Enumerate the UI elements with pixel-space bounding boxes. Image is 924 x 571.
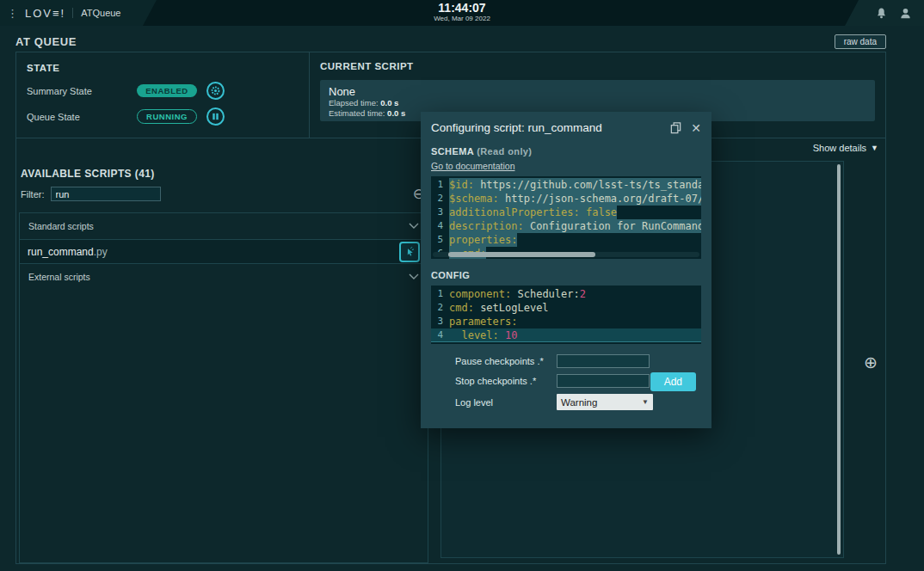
external-scripts-label: External scripts xyxy=(28,272,90,282)
summary-state-row: Summary State ENABLED xyxy=(27,82,299,100)
log-level-row: Log level Warning ▼ xyxy=(431,394,701,410)
available-scripts-panel: AVAILABLE SCRIPTS (41) Filter: ⊖ Standar… xyxy=(19,161,430,563)
schema-h-scrollbar xyxy=(433,252,699,257)
modal-title-row: Configuring script: run_command ✕ xyxy=(431,121,701,134)
stop-checkpoints-input[interactable] xyxy=(557,374,650,388)
schema-h-scrollbar-thumb[interactable] xyxy=(448,252,595,257)
estimated-time-label: Estimated time: xyxy=(329,108,387,118)
elapsed-time-value: 0.0 s xyxy=(380,98,398,107)
user-icon[interactable] xyxy=(899,7,912,20)
script-ext: .py xyxy=(94,246,108,258)
code-line: 3additionalProperties: false xyxy=(431,206,701,219)
code-line: 2cmd: setLogLevel xyxy=(431,301,701,315)
scripts-empty-space xyxy=(20,290,428,562)
schema-heading-label: SCHEMA xyxy=(431,146,477,157)
schema-readonly-label: (Read only) xyxy=(477,146,532,157)
summary-state-badge: ENABLED xyxy=(137,84,197,97)
top-bar-right xyxy=(845,0,924,26)
code-line: 1component: Scheduler:2 xyxy=(431,287,701,301)
code-line: 5properties: xyxy=(431,233,701,247)
current-script-title: CURRENT SCRIPT xyxy=(320,61,875,71)
code-line: 4description: Configuration for RunComma… xyxy=(431,219,701,233)
app-name: ATQueue xyxy=(72,8,120,18)
current-script-name: None xyxy=(329,85,866,98)
log-level-value: Warning xyxy=(561,397,597,408)
config-editor[interactable]: 1component: Scheduler:22cmd: setLogLevel… xyxy=(431,286,701,344)
atqueue-screen: ⋮ LOV≡! ATQueue 11:44:07 Wed, Mar 09 202… xyxy=(0,0,924,571)
chevron-down-icon xyxy=(409,223,419,230)
queue-state-label: Queue State xyxy=(27,112,137,122)
cursor-click-icon xyxy=(404,246,416,257)
filter-input[interactable] xyxy=(51,187,161,201)
clock-date: Wed, Mar 09 2022 xyxy=(434,15,490,22)
pause-queue-button[interactable] xyxy=(206,107,225,126)
menu-dots-icon[interactable]: ⋮ xyxy=(7,7,18,20)
clock-time: 11:44:07 xyxy=(434,2,490,15)
pause-icon xyxy=(211,112,220,121)
top-bar: ⋮ LOV≡! ATQueue 11:44:07 Wed, Mar 09 202… xyxy=(0,0,924,26)
config-heading: CONFIG xyxy=(431,270,701,280)
standard-scripts-label: Standard scripts xyxy=(28,221,94,231)
stop-checkpoints-row: Stop checkpoints .* Add xyxy=(431,374,701,388)
code-line: 3parameters: xyxy=(431,315,701,328)
select-arrow-icon: ▼ xyxy=(642,398,649,406)
expand-all-icon[interactable]: ⊕ xyxy=(864,353,878,372)
pause-checkpoints-input[interactable] xyxy=(557,354,650,368)
state-settings-button[interactable] xyxy=(206,82,225,100)
close-icon[interactable]: ✕ xyxy=(691,122,701,134)
stop-checkpoints-label: Stop checkpoints .* xyxy=(455,376,557,386)
schema-heading: SCHEMA (Read only) xyxy=(431,146,701,157)
launch-script-button[interactable] xyxy=(399,242,420,262)
top-bar-left: ⋮ LOV≡! ATQueue xyxy=(0,0,157,26)
log-level-select[interactable]: Warning ▼ xyxy=(557,394,653,410)
chevron-down-icon: ▼ xyxy=(871,144,878,152)
filter-label: Filter: xyxy=(21,189,45,200)
available-scripts-title: AVAILABLE SCRIPTS (41) xyxy=(21,168,428,180)
page-title: AT QUEUE xyxy=(15,35,77,48)
queue-scrollbar[interactable] xyxy=(837,164,841,555)
add-button[interactable]: Add xyxy=(650,372,696,391)
queue-state-row: Queue State RUNNING xyxy=(27,107,299,126)
code-line: 4 level: 10 xyxy=(431,328,701,342)
page-head: AT QUEUE raw data xyxy=(15,31,886,52)
copy-icon[interactable] xyxy=(669,121,682,134)
filter-row: Filter: ⊖ xyxy=(21,187,428,201)
gear-icon xyxy=(210,85,221,96)
modal-form: Pause checkpoints .* Stop checkpoints .*… xyxy=(431,354,701,410)
raw-data-button[interactable]: raw data xyxy=(835,34,886,49)
chevron-down-icon xyxy=(409,273,419,280)
summary-state-label: Summary State xyxy=(27,86,137,96)
code-line: 1$id: https://github.com/lsst-ts/ts_stan… xyxy=(431,178,701,192)
log-level-label: Log level xyxy=(455,397,557,408)
state-title: STATE xyxy=(27,63,299,73)
queue-state-badge: RUNNING xyxy=(137,109,197,124)
script-name: run_command xyxy=(28,246,94,258)
estimated-time-value: 0.0 s xyxy=(387,108,405,118)
clock: 11:44:07 Wed, Mar 09 2022 xyxy=(434,2,490,22)
standard-scripts-header[interactable]: Standard scripts xyxy=(20,213,428,239)
documentation-link[interactable]: Go to documentation xyxy=(431,161,514,171)
script-row-run-command[interactable]: run_command .py xyxy=(20,239,428,264)
configure-script-modal: Configuring script: run_command ✕ SCHEMA… xyxy=(421,112,711,428)
script-groups: Standard scripts run_command .py xyxy=(19,212,428,563)
schema-editor[interactable]: 1$id: https://github.com/lsst-ts/ts_stan… xyxy=(431,176,701,259)
love-logo: LOV≡! xyxy=(25,7,65,20)
show-details-label: Show details xyxy=(813,143,866,153)
pause-checkpoints-row: Pause checkpoints .* xyxy=(431,354,701,368)
external-scripts-header[interactable]: External scripts xyxy=(20,264,428,290)
code-line: 2$schema: http://json-schema.org/draft-0… xyxy=(431,192,701,206)
state-section: STATE Summary State ENABLED Queue State xyxy=(16,52,309,138)
bell-icon[interactable] xyxy=(875,7,888,20)
elapsed-time: Elapsed time: 0.0 s xyxy=(329,98,866,108)
pause-checkpoints-label: Pause checkpoints .* xyxy=(455,356,557,366)
modal-title: Configuring script: run_command xyxy=(431,121,669,134)
elapsed-time-label: Elapsed time: xyxy=(329,98,380,107)
